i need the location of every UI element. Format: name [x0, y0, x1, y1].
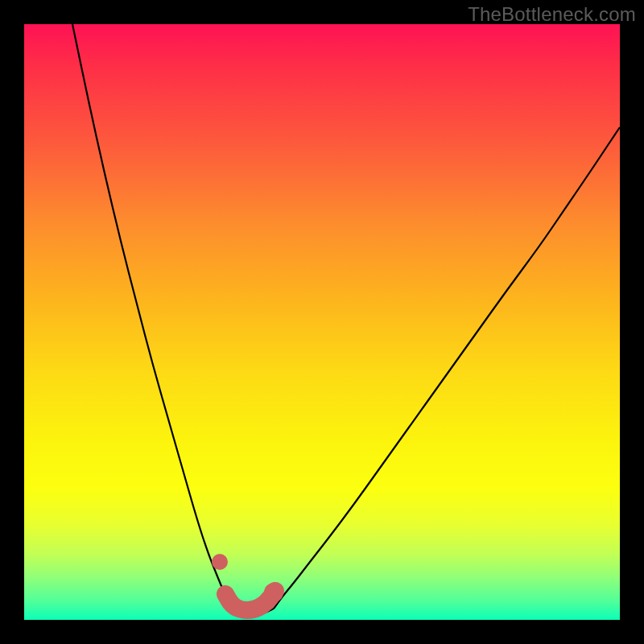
plot-area: [24, 24, 620, 620]
chart-frame: TheBottleneck.com: [0, 0, 644, 644]
left-knob-dot: [212, 554, 228, 570]
left-bottleneck-curve: [72, 24, 233, 612]
right-bottleneck-curve: [274, 127, 620, 609]
watermark-label: TheBottleneck.com: [468, 3, 636, 26]
right-knob-dot: [264, 583, 283, 602]
curves-layer: [24, 24, 620, 620]
